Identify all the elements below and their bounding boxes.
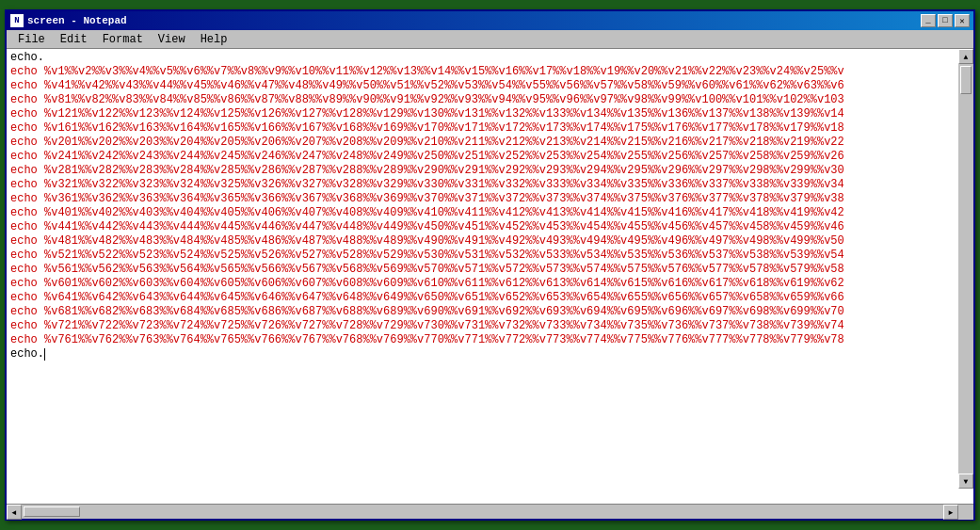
menu-help[interactable]: Help	[193, 31, 235, 48]
text-line: echo %v161%%v162%%v163%%v164%%v165%%v166…	[10, 121, 970, 136]
scroll-up-button[interactable]: ▲	[958, 49, 973, 64]
text-line: echo %v721%%v722%%v723%%v724%%v725%%v726…	[10, 319, 970, 333]
restore-button[interactable]: □	[938, 14, 953, 27]
bottom-bar: ◄ ►	[7, 504, 973, 519]
scrollbar-vertical[interactable]: ▲ ▼	[958, 49, 973, 489]
text-line: echo %v121%%v122%%v123%%v124%%v125%%v126…	[10, 107, 970, 121]
scrollbar-corner	[958, 505, 973, 520]
text-line: echo.	[10, 51, 970, 65]
text-line: echo %v441%%v442%%v443%%v444%%v445%%v446…	[10, 220, 970, 234]
text-line: echo %v401%%v402%%v403%%v404%%v405%%v406…	[10, 206, 970, 220]
scroll-down-button[interactable]: ▼	[958, 474, 973, 489]
text-line: echo %v361%%v362%%v363%%v364%%v365%%v366…	[10, 192, 970, 206]
minimize-button[interactable]: _	[921, 14, 936, 27]
notepad-window: N screen - Notepad _ □ ✕ File Edit Forma…	[5, 9, 975, 521]
text-line: echo %v521%%v522%%v523%%v524%%v525%%v526…	[10, 249, 970, 263]
scroll-thumb-horizontal[interactable]	[24, 506, 80, 517]
text-line: echo.	[10, 347, 970, 361]
menu-bar: File Edit Format View Help	[7, 30, 973, 49]
text-line: echo %v641%%v642%%v643%%v644%%v645%%v646…	[10, 291, 970, 305]
scroll-track-horizontal[interactable]	[22, 505, 943, 519]
menu-format[interactable]: Format	[95, 31, 151, 48]
close-button[interactable]: ✕	[955, 14, 970, 27]
text-line: echo %v241%%v242%%v243%%v244%%v245%%v246…	[10, 150, 970, 164]
title-bar: N screen - Notepad _ □ ✕	[7, 11, 973, 30]
scroll-right-button[interactable]: ►	[943, 505, 958, 520]
window-title: screen - Notepad	[27, 15, 127, 26]
menu-file[interactable]: File	[10, 31, 53, 48]
text-line: echo %v201%%v202%%v203%%v204%%v205%%v206…	[10, 136, 970, 150]
text-line: echo %v561%%v562%%v563%%v564%%v565%%v566…	[10, 263, 970, 277]
text-line: echo %v1%%v2%%v3%%v4%%v5%%v6%%v7%%v8%%v9…	[10, 65, 970, 79]
text-cursor	[44, 348, 45, 361]
scrollbar-horizontal[interactable]: ◄ ►	[7, 505, 958, 519]
text-line: echo %v41%%v42%%v43%%v44%%v45%%v46%%v47%…	[10, 79, 970, 93]
text-line: echo %v761%%v762%%v763%%v764%%v765%%v766…	[10, 333, 970, 347]
title-bar-left: N screen - Notepad	[10, 14, 127, 27]
text-line: echo %v681%%v682%%v683%%v684%%v685%%v686…	[10, 305, 970, 319]
scroll-thumb-vertical[interactable]	[960, 66, 972, 94]
scroll-left-button[interactable]: ◄	[7, 505, 22, 520]
menu-edit[interactable]: Edit	[53, 31, 95, 48]
text-line: echo %v321%%v322%%v323%%v324%%v325%%v326…	[10, 178, 970, 192]
text-content[interactable]: echo.echo %v1%%v2%%v3%%v4%%v5%%v6%%v7%%v…	[7, 49, 973, 504]
menu-view[interactable]: View	[151, 31, 193, 48]
app-icon: N	[10, 14, 24, 27]
editor-area[interactable]: echo.echo %v1%%v2%%v3%%v4%%v5%%v6%%v7%%v…	[7, 49, 973, 504]
text-line: echo %v481%%v482%%v483%%v484%%v485%%v486…	[10, 234, 970, 249]
text-line: echo %v81%%v82%%v83%%v84%%v85%%v86%%v87%…	[10, 93, 970, 107]
text-line: echo %v601%%v602%%v603%%v604%%v605%%v606…	[10, 277, 970, 291]
title-bar-buttons: _ □ ✕	[921, 14, 970, 27]
scroll-track-vertical[interactable]	[958, 64, 973, 474]
text-line: echo %v281%%v282%%v283%%v284%%v285%%v286…	[10, 164, 970, 178]
